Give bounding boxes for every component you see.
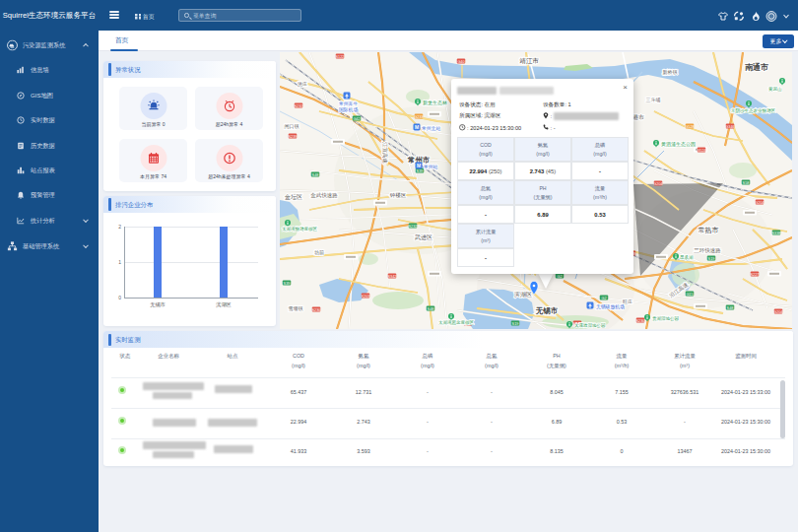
svg-text:武进区: 武进区: [415, 233, 432, 241]
svg-text:M: M: [415, 124, 419, 130]
svg-text:G346: G346: [725, 125, 734, 129]
svg-text:滨湖区: 滨湖区: [514, 291, 532, 298]
svg-text:M: M: [417, 163, 421, 168]
svg-text:新桥镇: 新桥镇: [663, 69, 678, 75]
svg-text:S19: S19: [512, 322, 519, 326]
svg-text:三环快速路: 三环快速路: [694, 247, 721, 253]
svg-text:太湖湾思念度假区: 太湖湾思念度假区: [438, 319, 475, 326]
svg-text:港市: 港市: [632, 113, 644, 121]
svg-text:S232: S232: [409, 225, 418, 229]
svg-text:G204: G204: [755, 201, 764, 205]
svg-text:G2: G2: [557, 275, 562, 279]
svg-text:S338: S338: [772, 232, 781, 235]
svg-text:S239: S239: [289, 135, 298, 139]
svg-text:G528: G528: [685, 125, 694, 129]
svg-text:G204: G204: [773, 310, 782, 314]
svg-text:靖江市: 靖江市: [519, 57, 539, 65]
svg-text:G2: G2: [601, 297, 606, 300]
svg-text:S230: S230: [312, 308, 321, 312]
svg-text:常熟市: 常熟市: [698, 226, 719, 234]
svg-text:G15: G15: [686, 293, 693, 297]
svg-text:闸口镇: 闸口镇: [285, 123, 299, 130]
svg-text:坊前: 坊前: [314, 249, 324, 256]
svg-text:常州奔牛: 常州奔牛: [339, 101, 358, 106]
svg-text:S230: S230: [636, 319, 645, 323]
svg-text:金武快速路: 金武快速路: [310, 192, 338, 198]
svg-text:昆承湖: 昆承湖: [680, 254, 694, 260]
svg-text:雪堰镇: 雪堰镇: [289, 305, 303, 311]
svg-text:G40: G40: [457, 60, 464, 64]
svg-text:太湖湾旅游度假区: 太湖湾旅游度假区: [282, 226, 318, 233]
svg-text:S48: S48: [312, 173, 319, 177]
svg-text:无锡市: 无锡市: [535, 306, 559, 315]
svg-text:S342: S342: [388, 275, 397, 279]
svg-text:S19: S19: [708, 257, 715, 261]
svg-text:S227: S227: [751, 273, 760, 277]
svg-text:G204: G204: [653, 182, 662, 186]
svg-text:黄泥山: 黄泥山: [768, 86, 782, 92]
svg-text:无锡硕放机场: 无锡硕放机场: [596, 303, 625, 310]
svg-text:大溪港湿地公园: 大溪港湿地公园: [574, 322, 606, 328]
svg-text:S122: S122: [336, 55, 345, 59]
svg-text:S48: S48: [428, 307, 434, 311]
svg-text:三斗埔: 三斗埔: [646, 97, 661, 102]
svg-text:南通市: 南通市: [745, 62, 768, 72]
svg-text:G233: G233: [414, 115, 423, 119]
svg-text:S39: S39: [284, 282, 291, 286]
svg-text:X203: X203: [362, 295, 370, 299]
svg-text:S39: S39: [417, 169, 424, 173]
svg-text:金坛区: 金坛区: [284, 193, 302, 200]
svg-text:新龙生态林: 新龙生态林: [423, 100, 447, 105]
svg-text:常阴沙生态农业旅游区: 常阴沙生态农业旅游区: [731, 107, 776, 113]
svg-text:G524: G524: [697, 149, 705, 153]
svg-text:S48: S48: [727, 306, 734, 310]
svg-text:洪庄: 洪庄: [298, 81, 307, 88]
svg-text:黄泗浦生态公园: 黄泗浦生态公园: [661, 141, 696, 148]
svg-text:江宜高速: 江宜高速: [381, 142, 388, 165]
svg-text:S232: S232: [295, 104, 303, 108]
svg-text:G42: G42: [353, 117, 360, 121]
svg-text:钟楼区: 钟楼区: [389, 192, 407, 198]
svg-text:S58: S58: [743, 181, 750, 185]
svg-text:贵湖湿地公园: 贵湖湿地公园: [652, 315, 679, 321]
